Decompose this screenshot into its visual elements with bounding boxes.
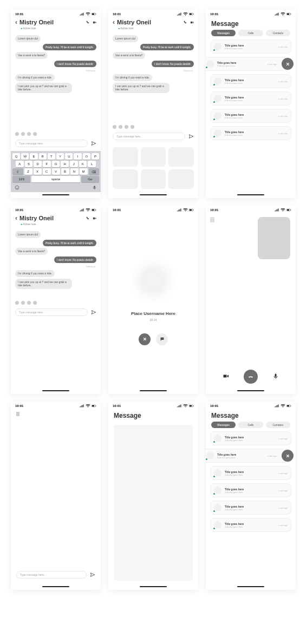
key[interactable]: Y <box>56 153 64 160</box>
attach-option[interactable] <box>113 147 138 167</box>
tab-messages[interactable]: Messages <box>211 30 236 36</box>
message-input[interactable]: Type message here... <box>15 140 88 147</box>
list-item[interactable]: Title goes hereSub text goes herea min a… <box>210 483 291 497</box>
list-item[interactable]: Title goes hereSub text goes herea min a… <box>210 431 291 445</box>
key[interactable]: P <box>92 153 99 160</box>
list-item[interactable]: Title goes hereSub text goes herea min a… <box>210 40 291 54</box>
back-button[interactable]: ‹ <box>113 18 115 26</box>
key[interactable]: O <box>83 153 90 160</box>
camera-toggle[interactable] <box>223 372 229 382</box>
tool-icon[interactable] <box>131 125 134 129</box>
shift-key[interactable]: ⇧ <box>12 168 23 175</box>
list-item[interactable]: Title goes hereSub text goes herea min a… <box>210 466 291 480</box>
message-input[interactable]: Type message here... <box>15 308 88 316</box>
call-icon[interactable] <box>184 21 187 24</box>
key[interactable]: V <box>52 168 60 175</box>
list-item[interactable]: Title goes hereSub text goes herea min a… <box>206 449 291 463</box>
tool-icon[interactable] <box>33 132 37 136</box>
attach-option[interactable] <box>113 169 138 189</box>
delete-button[interactable] <box>282 450 294 462</box>
video-icon[interactable] <box>190 21 194 24</box>
key[interactable]: M <box>80 168 88 175</box>
delete-button[interactable] <box>282 58 294 70</box>
list-item[interactable]: Title goes hereSub text goes herea min a… <box>210 518 291 532</box>
key[interactable]: L <box>88 161 96 167</box>
mic-icon[interactable] <box>92 185 97 190</box>
tab-messages[interactable]: Messages <box>211 422 236 428</box>
video-pip[interactable] <box>258 217 290 259</box>
tool-row <box>11 131 101 137</box>
svg-rect-30 <box>287 405 289 406</box>
attach-option[interactable] <box>141 147 166 167</box>
key[interactable]: N <box>70 168 79 175</box>
send-button[interactable] <box>91 139 96 148</box>
tab-calls[interactable]: Calls <box>238 422 263 428</box>
key[interactable]: R <box>39 153 47 160</box>
key[interactable]: B <box>61 168 69 175</box>
key[interactable]: Q <box>12 153 20 160</box>
tool-icon[interactable] <box>15 132 19 136</box>
tool-icon[interactable] <box>27 132 31 136</box>
key[interactable]: Z <box>24 168 32 175</box>
tool-icon[interactable] <box>15 301 19 305</box>
key[interactable]: S <box>25 161 33 167</box>
video-icon[interactable] <box>93 21 96 24</box>
key[interactable]: D <box>34 161 42 167</box>
list-item[interactable]: Title goes hereSub text goes herea min a… <box>210 74 291 88</box>
call-icon[interactable] <box>86 21 90 24</box>
tool-icon[interactable] <box>21 301 25 305</box>
video-icon[interactable] <box>93 216 96 220</box>
tool-icon[interactable] <box>119 125 122 129</box>
tab-contacts[interactable]: Contacts <box>266 30 290 36</box>
key[interactable]: J <box>70 161 78 167</box>
attach-option[interactable] <box>168 169 194 189</box>
send-button[interactable] <box>91 307 96 317</box>
emoji-icon[interactable] <box>15 185 19 190</box>
svg-point-4 <box>16 187 17 187</box>
send-button[interactable] <box>188 132 194 141</box>
end-call-button[interactable] <box>244 370 258 384</box>
key[interactable]: I <box>74 153 81 160</box>
key[interactable]: G <box>52 161 60 167</box>
key[interactable]: C <box>43 168 51 175</box>
tab-contacts[interactable]: Contacts <box>266 422 290 428</box>
end-call-button[interactable] <box>139 333 151 345</box>
message-input[interactable]: Type message here... <box>16 571 87 579</box>
svg-rect-28 <box>193 405 194 406</box>
call-icon[interactable] <box>86 216 90 220</box>
list-item[interactable]: Title goes hereSub text goes herea min a… <box>206 57 291 71</box>
tool-icon[interactable] <box>33 301 37 305</box>
back-button[interactable]: ‹ <box>15 18 17 26</box>
message-input[interactable]: Type message here... <box>113 133 185 140</box>
tool-icon[interactable] <box>21 132 25 136</box>
attach-option[interactable] <box>168 147 194 167</box>
delete-key[interactable]: ⌫ <box>89 168 100 175</box>
go-key[interactable]: Go <box>81 176 99 182</box>
tool-icon[interactable] <box>113 125 116 129</box>
key[interactable]: K <box>79 161 87 167</box>
home-indicator <box>42 390 69 391</box>
list-item[interactable]: Title goes hereSub text goes herea min a… <box>210 501 291 515</box>
key[interactable]: X <box>34 168 42 175</box>
space-key[interactable]: space <box>31 176 80 182</box>
svg-rect-15 <box>96 209 96 211</box>
key[interactable]: E <box>30 153 37 160</box>
attach-option[interactable] <box>141 169 166 189</box>
key[interactable]: H <box>61 161 69 167</box>
key[interactable]: W <box>21 153 29 160</box>
tool-icon[interactable] <box>27 301 31 305</box>
tab-calls[interactable]: Calls <box>238 30 263 36</box>
key[interactable]: U <box>65 153 73 160</box>
tool-icon[interactable] <box>125 125 128 129</box>
key-123[interactable]: 123 <box>12 176 30 182</box>
key[interactable]: A <box>16 161 24 167</box>
key[interactable]: T <box>48 153 55 160</box>
back-button[interactable]: ‹ <box>15 214 17 222</box>
list-item[interactable]: Title goes hereSub text goes herea min a… <box>210 91 291 106</box>
list-item[interactable]: Title goes hereSub text goes herea min a… <box>210 126 291 140</box>
key[interactable]: F <box>43 161 51 167</box>
message-button[interactable] <box>156 333 168 345</box>
send-button[interactable] <box>90 570 95 580</box>
mic-toggle[interactable] <box>272 372 279 382</box>
list-item[interactable]: Title goes hereSub text goes herea min a… <box>210 109 291 123</box>
